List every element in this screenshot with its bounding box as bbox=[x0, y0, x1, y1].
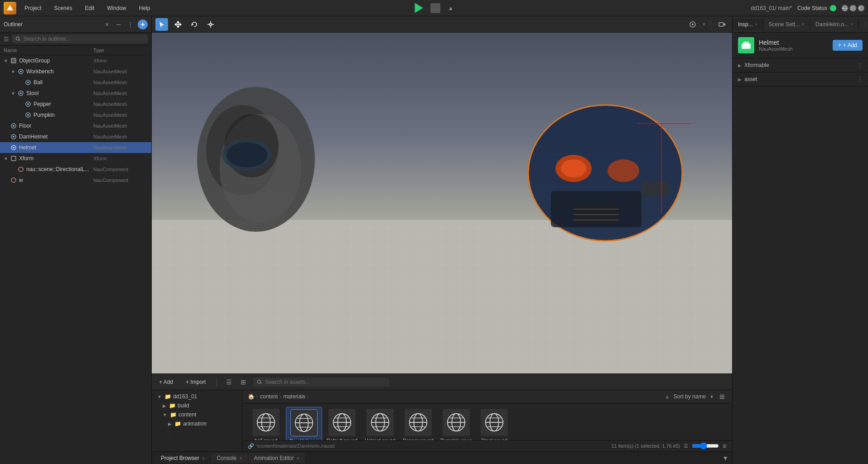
viewport-settings-icon[interactable] bbox=[686, 18, 699, 31]
expand-arrow[interactable]: ▼ bbox=[4, 58, 10, 63]
tree-item-workbench[interactable]: ▼ Workbench NauAssetMesh bbox=[0, 66, 151, 77]
asset-item-helmet[interactable]: Helmet.nausd bbox=[362, 407, 398, 440]
asset-thumbnail bbox=[481, 409, 508, 436]
expand-arrow[interactable]: ▼ bbox=[11, 69, 17, 74]
inspector-object-type: NauAssetMesh bbox=[759, 46, 828, 52]
svg-point-20 bbox=[13, 147, 14, 148]
expand-arrow[interactable]: ▼ bbox=[11, 91, 17, 96]
sort-options-icon[interactable]: ⊞ bbox=[239, 378, 248, 387]
file-item-dd163[interactable]: ▼ 📁 dd163_01 bbox=[152, 392, 242, 401]
tree-item-directional[interactable]: nau::scene::DirectionalL... NauComponent bbox=[0, 164, 151, 175]
grid-view-icon[interactable]: ⊞ bbox=[723, 443, 727, 449]
tab-close-icon[interactable]: × bbox=[202, 455, 205, 461]
file-label: dd163_01 bbox=[173, 393, 197, 400]
svg-point-1 bbox=[16, 37, 19, 40]
asset-item-stool[interactable]: Stool.nausd bbox=[476, 407, 512, 440]
tab-close-icon[interactable]: × bbox=[297, 455, 299, 461]
tree-item-objectgroup[interactable]: ▼ ObjectGroup Xform bbox=[0, 55, 151, 66]
breadcrumb-materials[interactable]: materials bbox=[283, 393, 305, 400]
asset-grid-area: 🏠 › content › materials › ▲ Sort by name… bbox=[242, 390, 732, 451]
menu-scenes[interactable]: Scenes bbox=[51, 3, 75, 13]
viewport-canvas[interactable] bbox=[152, 33, 732, 373]
inspector-tab-insp[interactable]: Insp... × bbox=[733, 19, 763, 30]
tree-item-w[interactable]: w NauComponent bbox=[0, 175, 151, 186]
tree-type: NauAssetMesh bbox=[93, 80, 148, 85]
rotate-tool[interactable] bbox=[188, 18, 201, 31]
minimize-panel-icon[interactable]: ▼ bbox=[722, 454, 728, 462]
tree-item-xform[interactable]: ▼ Xform Xform bbox=[0, 153, 151, 164]
svg-line-2 bbox=[19, 40, 20, 41]
selection-line-v bbox=[661, 123, 662, 214]
file-item-build[interactable]: ▶ 📁 build bbox=[152, 401, 242, 410]
window-maximize[interactable]: □ bbox=[850, 5, 856, 11]
asset-search-input[interactable] bbox=[265, 379, 386, 385]
sort-control: ▲ Sort by name ▼ ⊞ bbox=[665, 392, 727, 401]
status-indicator bbox=[830, 5, 836, 11]
outliner-menu-icon[interactable]: ⋮ bbox=[126, 20, 135, 29]
outliner-minimize-icon[interactable]: ─ bbox=[114, 20, 123, 29]
folder-icon: 📁 bbox=[170, 411, 177, 418]
breadcrumb-separator: › bbox=[307, 393, 309, 400]
add-component-button[interactable]: + + Add bbox=[833, 40, 863, 51]
tree-item-pepper[interactable]: Pepper NauAssetMesh bbox=[0, 99, 151, 110]
asset-item-default[interactable]: Default.nausd bbox=[324, 407, 360, 440]
inspector-panel-options[interactable]: ⋮ bbox=[859, 21, 868, 28]
tree-item-damhelmet[interactable]: DamHelmet NauAssetMesh bbox=[0, 131, 151, 142]
file-item-content[interactable]: ▼ 📁 content bbox=[152, 410, 242, 419]
outliner-close-icon[interactable]: × bbox=[102, 20, 111, 29]
section-menu-icon[interactable]: ⋮ bbox=[857, 62, 863, 68]
section-header-asset[interactable]: ▶ asset ⋮ bbox=[733, 72, 868, 86]
window-minimize[interactable]: — bbox=[842, 5, 848, 11]
import-asset-button[interactable]: + Import bbox=[182, 378, 209, 387]
breadcrumb-content[interactable]: content bbox=[260, 393, 278, 400]
section-header-xformable[interactable]: ▶ Xformable ⋮ bbox=[733, 58, 868, 72]
window-close[interactable]: × bbox=[858, 5, 864, 11]
tab-close-icon[interactable]: × bbox=[239, 455, 242, 461]
add-asset-button[interactable]: + Add bbox=[155, 378, 177, 387]
section-menu-icon[interactable]: ⋮ bbox=[857, 76, 863, 82]
select-tool[interactable] bbox=[155, 18, 168, 31]
list-view-icon[interactable]: ☰ bbox=[684, 443, 688, 449]
asset-item-pepper[interactable]: Pepper.nausd bbox=[400, 407, 436, 440]
grid-view-icon[interactable]: ⊞ bbox=[718, 392, 727, 401]
asset-item-ball[interactable]: ball.nausd bbox=[248, 407, 284, 440]
tree-item-pumpkin[interactable]: Pumpkin NauAssetMesh bbox=[0, 110, 151, 120]
eject-button[interactable]: ▲ bbox=[446, 3, 456, 13]
expand-arrow[interactable]: ▼ bbox=[4, 156, 10, 161]
outliner-search-input[interactable] bbox=[24, 36, 144, 42]
svg-point-16 bbox=[13, 125, 14, 127]
camera-icon[interactable] bbox=[716, 18, 728, 31]
tab-console[interactable]: Console × bbox=[211, 453, 247, 463]
sort-by-name-button[interactable]: Sort by name bbox=[674, 393, 706, 400]
menu-edit[interactable]: Edit bbox=[82, 3, 97, 13]
outliner-add-button[interactable]: + bbox=[138, 19, 148, 29]
menu-window[interactable]: Window bbox=[104, 3, 129, 13]
filter-icon[interactable]: ☰ bbox=[224, 378, 233, 387]
inspector-tab-scene[interactable]: Scene Sett... × bbox=[763, 19, 810, 30]
asset-item-damhelm[interactable]: DamHelm.nausd bbox=[286, 407, 322, 440]
tab-close-icon[interactable]: × bbox=[801, 22, 804, 27]
thumb-size-slider[interactable] bbox=[692, 442, 719, 450]
tab-animation-editor[interactable]: Animation Editor × bbox=[249, 453, 305, 463]
move-tool[interactable] bbox=[172, 18, 184, 31]
tab-close-icon[interactable]: × bbox=[755, 22, 757, 27]
file-item-animation[interactable]: ▶ 📁 animation bbox=[152, 419, 242, 428]
outliner-filter-icon[interactable]: ☰ bbox=[4, 36, 9, 43]
play-button[interactable] bbox=[412, 2, 425, 14]
stop-button[interactable] bbox=[430, 3, 440, 13]
menu-help[interactable]: Help bbox=[136, 3, 153, 13]
code-status[interactable]: Code Status bbox=[797, 5, 836, 11]
tab-project-browser[interactable]: Project Browser × bbox=[155, 453, 210, 463]
tab-close-icon[interactable]: × bbox=[850, 22, 853, 27]
menu-project[interactable]: Project bbox=[22, 3, 44, 13]
scale-tool[interactable] bbox=[204, 18, 217, 31]
asset-item-pumpkin[interactable]: Pumpkin.nausd bbox=[438, 407, 474, 440]
tree-item-helmet[interactable]: Helmet NauAssetMesh bbox=[0, 142, 151, 153]
viewport-toolbar-right: ▼ bbox=[686, 18, 728, 31]
home-icon[interactable]: 🏠 bbox=[248, 393, 255, 400]
tree-item-ball[interactable]: Ball NauAssetMesh bbox=[0, 77, 151, 88]
tree-item-stool[interactable]: ▼ Stool NauAssetMesh bbox=[0, 88, 151, 99]
tree-item-floor[interactable]: Floor NauAssetMesh bbox=[0, 120, 151, 131]
file-item-more[interactable]: … bbox=[152, 428, 242, 436]
inspector-tab-damhelm[interactable]: DamHelm.n... × bbox=[810, 19, 859, 30]
